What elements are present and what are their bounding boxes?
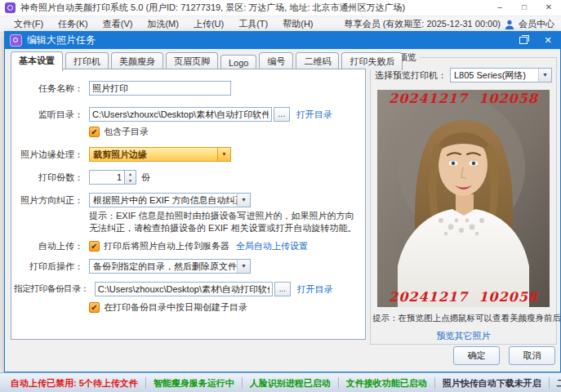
backup-dir-open-link[interactable]: 打开目录 [297,283,333,296]
dialog-title: 编辑大照片任务 [27,33,96,47]
edge-combobox[interactable]: 裁剪照片边缘 ▼ [89,147,231,162]
exif-hint-text: 提示：EXIF 信息是拍照时由拍摄设备写进照片的，如果照片的方向无法纠正，请检查… [89,210,357,234]
menu-item-4[interactable]: 上传(U) [186,18,231,30]
member-person-icon [505,20,514,29]
dialog-controls: ✕ [511,32,560,49]
orientation-label: 照片方向纠正： [16,194,83,207]
tab-3[interactable]: 页眉页脚 [166,52,218,70]
tab-5[interactable]: 编号 [259,52,293,70]
copies-label: 打印份数： [16,172,83,184]
status-item-0: 自动上传已禁用: 5个待上传文件 [3,377,146,389]
edge-row: 照片边缘处理： 裁剪照片边缘 ▼ [16,147,362,162]
after-print-combobox[interactable]: 备份到指定的目录，然后删除原文件 ▼ [89,259,251,274]
printer-combobox[interactable]: L805 Series(网络) ▼ [450,68,552,82]
menu-item-0[interactable]: 文件(F) [7,18,51,30]
auto-upload-label: 自动上传： [16,240,83,252]
status-item-2: 人脸识别进程已启动 [243,377,339,389]
include-sub-checkbox[interactable]: ✔ [89,127,100,137]
after-print-chevron-down-icon[interactable]: ▼ [237,260,250,273]
app-icon [5,2,16,13]
auto-upload-checkbox-label: 打印后将照片自动上传到服务器 [104,240,229,252]
preview-other-photos-link[interactable]: 预览其它照片 [371,330,556,342]
edge-label: 照片边缘处理： [16,149,83,161]
dialog-icon [10,34,22,47]
tab-strip: 基本设置打印机美颜瘦身页眉页脚Logo编号二维码打印失败后 [11,51,405,70]
menu-item-3[interactable]: 加洗(M) [140,18,186,30]
window-controls: – □ ✕ [488,0,561,16]
copies-row: 打印份数： ▲ ▼ 份 [16,170,362,185]
copies-spin-buttons: ▲ ▼ [125,170,136,185]
cancel-button[interactable]: 取消 [509,346,555,365]
status-item-5: 二维码登记功能未开启 [550,377,561,389]
watch-dir-open-link[interactable]: 打开目录 [296,109,332,121]
preview-hint-text: 提示：在预览图上点摁鼠标可以查看美颜瘦身前后的效果 [372,313,554,324]
tab-1[interactable]: 打印机 [65,52,109,70]
orientation-row: 照片方向纠正： 根据照片中的 EXIF 方向信息自动纠正 ▼ [16,193,362,207]
printer-select-label: 选择预览打印机： [375,69,447,82]
task-name-label: 任务名称： [16,82,83,95]
after-print-value: 备份到指定的目录，然后删除原文件 [90,260,237,273]
edge-value: 裁剪照片边缘 [90,148,217,161]
timestamp-top: 20241217 102058 [377,91,550,106]
watch-dir-row: 监听目录： ... 打开目录 [16,107,362,122]
spin-up-icon[interactable]: ▲ [125,171,136,177]
member-center-link[interactable]: 会员中心 [519,18,554,30]
orientation-combobox[interactable]: 根据照片中的 EXIF 方向信息自动纠正 ▼ [89,193,251,207]
printer-chevron-down-icon[interactable]: ▼ [538,69,551,82]
maximize-icon[interactable]: □ [512,0,537,16]
minimize-icon[interactable]: – [488,0,512,16]
copies-stepper[interactable]: ▲ ▼ [89,170,136,185]
dialog-titlebar: 编辑大照片任务 ✕ [5,32,560,49]
date-subdir-checkbox[interactable]: ✔ [89,302,100,313]
orientation-value: 根据照片中的 EXIF 方向信息自动纠正 [90,194,237,207]
include-sub-row: ✔ 包含子目录 [89,126,362,138]
edit-task-dialog: 编辑大照片任务 ✕ 基本设置打印机美颜瘦身页眉页脚Logo编号二维码打印失败后 … [4,31,561,372]
backup-dir-label: 指定打印备份目录： [14,283,89,295]
menu-item-6[interactable]: 帮助(H) [275,18,320,30]
tab-2[interactable]: 美颜瘦身 [111,52,163,70]
timestamp-bottom: 20241217 102058 [377,289,550,305]
ok-button[interactable]: 确定 [453,346,500,365]
spin-down-icon[interactable]: ▼ [125,177,136,184]
close-icon[interactable]: ✕ [537,0,561,16]
copies-input[interactable] [89,170,125,185]
task-name-row: 任务名称： [16,81,362,96]
tab-7[interactable]: 打印失败后 [341,52,403,70]
basic-settings-panel: 任务名称： 监听目录： ... 打开目录 ✔ 包含子目录 照片边缘处理： 裁剪照… [11,69,366,340]
backup-dir-browse-button[interactable]: ... [274,282,291,296]
task-name-input[interactable] [89,81,231,96]
status-bar: 自动上传已禁用: 5个待上传文件智能瘦身服务运行中人脸识别进程已启动文件接收功能… [0,372,561,392]
menu-bar: 文件(F)任务(K)查看(V)加洗(M)上传(U)工具(T)帮助(H) 尊享会员… [0,16,561,33]
tab-0[interactable]: 基本设置 [11,51,63,71]
window-titlebar: 神奇照片自动美颜打印系统 5.0 (用户ID: 71277319, 景区: 万达… [0,0,561,16]
dialog-body: 基本设置打印机美颜瘦身页眉页脚Logo编号二维码打印失败后 任务名称： 监听目录… [5,49,560,372]
printer-value: L805 Series(网络) [451,69,538,82]
portrait-photo [377,90,550,307]
menu-item-1[interactable]: 任务(K) [51,18,96,30]
menu-bar-items: 文件(F)任务(K)查看(V)加洗(M)上传(U)工具(T)帮助(H) [7,18,321,30]
auto-upload-row: 自动上传： ✔ 打印后将照片自动上传到服务器 全局自动上传设置 [16,240,362,252]
edge-chevron-down-icon[interactable]: ▼ [217,148,230,161]
dialog-close-icon[interactable]: ✕ [536,32,560,49]
backup-dir-row: 指定打印备份目录： ... 打开目录 [14,282,362,296]
after-print-label: 打印后操作： [16,261,83,273]
window-title: 神奇照片自动美颜打印系统 5.0 (用户ID: 71277319, 景区: 万达… [20,2,405,14]
include-sub-label: 包含子目录 [104,126,149,138]
dialog-restore-icon[interactable] [511,32,536,49]
backup-dir-input[interactable] [95,282,273,296]
after-print-row: 打印后操作： 备份到指定的目录，然后删除原文件 ▼ [16,259,362,274]
copies-unit: 份 [141,172,150,184]
watch-dir-browse-button[interactable]: ... [274,107,290,122]
print-preview-group: 打印预览 选择预览打印机： L805 Series(网络) ▼ [370,57,557,345]
menu-item-5[interactable]: 工具(T) [231,18,275,30]
member-area: 尊享会员 (有效期至: 2025-12-31 00:00) 会员中心 [345,18,554,30]
auto-upload-checkbox[interactable]: ✔ [89,241,100,252]
watch-dir-input[interactable] [89,107,272,122]
photo-preview[interactable]: 20241217 102058 20241217 102058 [377,90,550,307]
status-item-3: 文件接收功能已启动 [339,377,435,389]
watch-dir-label: 监听目录： [16,109,83,121]
orientation-chevron-down-icon[interactable]: ▼ [237,194,250,207]
menu-item-2[interactable]: 查看(V) [96,18,140,30]
tab-6[interactable]: 二维码 [296,52,339,70]
global-upload-settings-link[interactable]: 全局自动上传设置 [236,240,308,252]
